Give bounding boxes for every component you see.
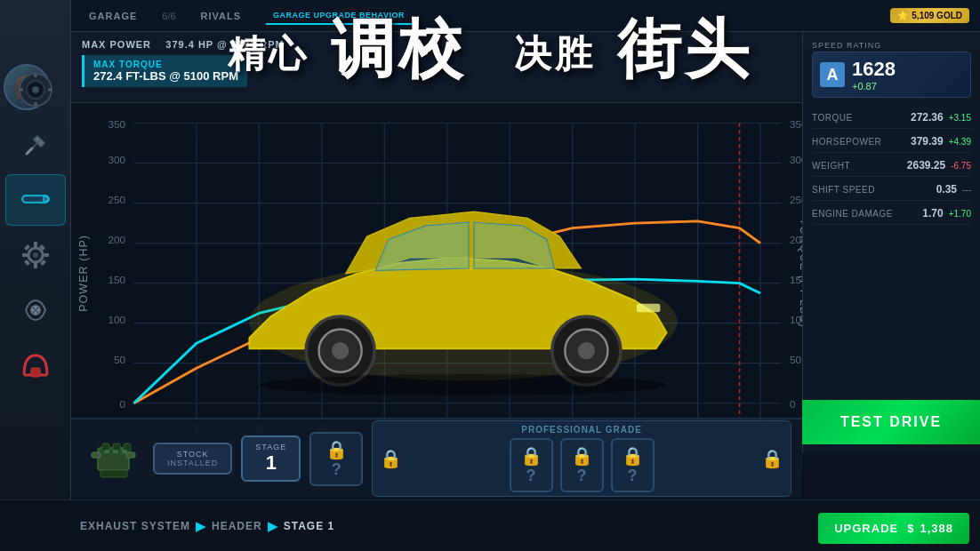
pro-grade-banner: 🔒 PROFESSIONAL GRADE 🔒 ? 🔒 ? 🔒 ? xyxy=(372,420,791,497)
rating-grade: A xyxy=(820,62,845,87)
stat-main-hp: 379.39 xyxy=(911,135,944,148)
svg-text:50: 50 xyxy=(790,355,801,365)
svg-text:250: 250 xyxy=(108,195,125,205)
rating-delta: +0.87 xyxy=(852,81,896,92)
upgrade-label: UPGRADE xyxy=(834,522,898,535)
stat-values-hp: 379.39 +4.39 xyxy=(911,135,971,148)
svg-rect-11 xyxy=(22,253,28,257)
chart-area: 1 2 3 4 5 6 7 8 9 10 0 50 100 150 200 25… xyxy=(71,103,802,453)
tab-rivals[interactable]: RIVALS xyxy=(194,7,249,25)
breadcrumb-item-1[interactable]: EXHAUST SYSTEM xyxy=(80,520,190,532)
stat-label-engine-damage: Engine Damage xyxy=(812,209,893,219)
svg-rect-9 xyxy=(34,242,37,247)
stat-label-shift: Shift Speed xyxy=(812,185,875,195)
svg-text:50: 50 xyxy=(114,355,125,365)
stage-2-question: ? xyxy=(332,460,341,479)
svg-rect-86 xyxy=(122,450,127,453)
svg-rect-81 xyxy=(92,452,100,458)
bottom-stages: STOCK INSTALLED STAGE 1 🔒 ? 🔒 PROFESSION… xyxy=(71,418,802,498)
sidebar-item-intake[interactable] xyxy=(5,339,66,391)
stat-delta-torque: +3.15 xyxy=(949,113,971,123)
stock-sublabel: INSTALLED xyxy=(167,459,218,467)
sidebar-item-gear[interactable] xyxy=(5,229,66,281)
stat-label-hp: HORSEPOWER xyxy=(812,137,881,147)
header-right: ⭐ 5,109 GOLD xyxy=(890,8,969,23)
svg-text:250: 250 xyxy=(790,195,802,205)
player-level: 6/6 xyxy=(162,11,175,21)
pro-lock-icon-2: 🔒 xyxy=(571,445,593,467)
max-power-value: 379.4 HP @ 8100 RPM xyxy=(165,39,284,50)
stage-1-box[interactable]: STAGE 1 xyxy=(241,435,301,482)
stats-header: MAX POWER 379.4 HP @ 8100 RPM MAX TORQUE… xyxy=(71,32,802,103)
test-drive-button[interactable]: TEST DRIVE xyxy=(802,400,980,444)
stat-values-shift: 0.35 --- xyxy=(936,183,971,196)
svg-text:200: 200 xyxy=(108,235,125,245)
header-tabs: GARAGE 6/6 RIVALS GARAGE UPGRADE BEHAVIO… xyxy=(82,7,412,25)
gold-star-icon: ⭐ xyxy=(897,11,908,20)
stat-values-engine-damage: 1.70 +1.70 xyxy=(922,207,971,220)
gold-amount: 5,109 GOLD xyxy=(912,11,962,20)
svg-text:350: 350 xyxy=(108,119,125,130)
stat-main-engine-damage: 1.70 xyxy=(922,207,943,220)
svg-rect-83 xyxy=(100,470,127,477)
speed-rating-box: A 1628 +0.87 xyxy=(812,52,971,98)
breadcrumb-arrow-1: ▶ xyxy=(196,519,206,533)
stock-label: STOCK xyxy=(177,450,209,459)
svg-text:100: 100 xyxy=(108,315,125,325)
stat-main-shift: 0.35 xyxy=(936,183,957,196)
stat-values-torque: 272.36 +3.15 xyxy=(911,111,971,124)
stat-delta-weight: -6.75 xyxy=(951,161,971,171)
max-torque-box: MAX TORQUE 272.4 FT-LBS @ 5100 RPM xyxy=(82,55,247,87)
stage-1-num: 1 xyxy=(266,451,277,475)
stat-label-torque: Torque xyxy=(812,113,853,123)
max-power-label: MAX POWER xyxy=(82,39,151,50)
stage-stock[interactable]: STOCK INSTALLED xyxy=(153,443,232,475)
breadcrumb-item-3[interactable]: STAGE 1 xyxy=(284,520,334,532)
svg-text:300: 300 xyxy=(108,155,125,165)
stat-delta-engine-damage: +1.70 xyxy=(949,209,971,219)
svg-rect-12 xyxy=(44,253,49,257)
svg-text:0: 0 xyxy=(790,400,796,411)
sidebar-item-exhaust[interactable] xyxy=(5,174,66,226)
stat-row-engine-damage: Engine Damage 1.70 +1.70 xyxy=(812,203,971,225)
right-stats-panel: SPEED RATING A 1628 +0.87 Torque 272.36 … xyxy=(802,32,980,453)
sidebar-item-tire[interactable] xyxy=(5,64,66,116)
breadcrumb-item-2[interactable]: HEADER xyxy=(212,520,262,532)
svg-text:www.playes.net: www.playes.net xyxy=(389,251,485,266)
tab-garage[interactable]: GARAGE xyxy=(82,7,144,25)
top-header: GARAGE 6/6 RIVALS GARAGE UPGRADE BEHAVIO… xyxy=(71,0,980,32)
svg-text:300: 300 xyxy=(790,155,802,165)
svg-text:150: 150 xyxy=(108,275,125,285)
pro-stage-3-locked[interactable]: 🔒 ? xyxy=(611,438,655,492)
pro-stage-3-q: ? xyxy=(628,467,638,485)
svg-text:POWER (HP): POWER (HP) xyxy=(76,235,89,312)
lock-icon-2: 🔒 xyxy=(325,439,348,460)
max-torque-value: 272.4 FT-LBS @ 5100 RPM xyxy=(93,69,238,83)
pro-stage-2-q: ? xyxy=(577,467,587,485)
pro-stage-1-locked[interactable]: 🔒 ? xyxy=(510,438,553,492)
stage-2-locked[interactable]: 🔒 ? xyxy=(309,432,363,486)
svg-line-3 xyxy=(27,148,32,154)
svg-point-6 xyxy=(43,196,48,202)
pro-stage-2-locked[interactable]: 🔒 ? xyxy=(560,438,604,492)
rating-number: 1628 xyxy=(852,58,896,81)
tab-events[interactable]: GARAGE UPGRADE BEHAVIOR xyxy=(266,7,412,25)
stat-values-weight: 2639.25 -6.75 xyxy=(907,159,971,172)
svg-text:0: 0 xyxy=(120,400,126,411)
svg-rect-85 xyxy=(113,450,118,453)
pro-lock-icon-left: 🔒 xyxy=(380,448,402,469)
stage-1-label: STAGE xyxy=(255,443,286,451)
main-content: MAX POWER 379.4 HP @ 8100 RPM MAX TORQUE… xyxy=(71,32,980,551)
upgrade-cost: 1,388 xyxy=(920,522,953,535)
breadcrumb-arrow-2: ▶ xyxy=(268,519,278,533)
svg-text:350: 350 xyxy=(790,119,802,130)
upgrade-button[interactable]: UPGRADE $ 1,388 xyxy=(818,513,969,544)
bottom-bar: EXHAUST SYSTEM ▶ HEADER ▶ STAGE 1 UPGRAD… xyxy=(0,499,980,551)
max-torque-label: MAX TORQUE xyxy=(93,60,238,69)
breadcrumb: EXHAUST SYSTEM ▶ HEADER ▶ STAGE 1 xyxy=(80,519,334,533)
speed-rating-label: SPEED RATING xyxy=(812,41,971,50)
sidebar-item-turbo[interactable] xyxy=(5,284,66,336)
stat-row-weight: Weight 2639.25 -6.75 xyxy=(812,155,971,177)
sidebar-item-wrench[interactable] xyxy=(5,119,66,171)
pro-lock-icon-3: 🔒 xyxy=(622,445,644,467)
